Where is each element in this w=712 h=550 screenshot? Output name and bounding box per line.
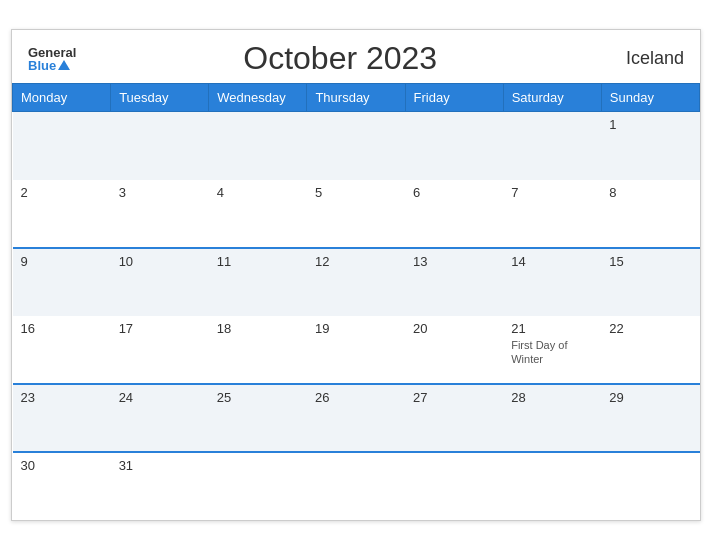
calendar: General Blue October 2023 Iceland Monday… bbox=[11, 29, 701, 521]
calendar-cell bbox=[307, 112, 405, 180]
day-number: 25 bbox=[217, 390, 299, 405]
calendar-cell: 12 bbox=[307, 248, 405, 316]
calendar-cell: 6 bbox=[405, 180, 503, 248]
calendar-cell bbox=[209, 112, 307, 180]
calendar-title: October 2023 bbox=[76, 40, 604, 77]
day-number: 28 bbox=[511, 390, 593, 405]
weekday-header-saturday: Saturday bbox=[503, 84, 601, 112]
calendar-cell: 29 bbox=[601, 384, 699, 452]
weekday-header-tuesday: Tuesday bbox=[111, 84, 209, 112]
day-number: 15 bbox=[609, 254, 691, 269]
day-number: 8 bbox=[609, 185, 691, 200]
calendar-cell: 28 bbox=[503, 384, 601, 452]
calendar-cell bbox=[503, 112, 601, 180]
calendar-cell bbox=[503, 452, 601, 520]
weekday-header-thursday: Thursday bbox=[307, 84, 405, 112]
day-number: 9 bbox=[21, 254, 103, 269]
calendar-cell: 8 bbox=[601, 180, 699, 248]
calendar-cell: 10 bbox=[111, 248, 209, 316]
calendar-week-row: 1 bbox=[13, 112, 700, 180]
calendar-cell: 16 bbox=[13, 316, 111, 384]
calendar-cell: 26 bbox=[307, 384, 405, 452]
calendar-cell: 7 bbox=[503, 180, 601, 248]
logo-triangle-icon bbox=[58, 60, 70, 70]
day-number: 31 bbox=[119, 458, 201, 473]
day-number: 11 bbox=[217, 254, 299, 269]
calendar-cell bbox=[111, 112, 209, 180]
day-number: 3 bbox=[119, 185, 201, 200]
day-number: 1 bbox=[609, 117, 691, 132]
calendar-week-row: 9101112131415 bbox=[13, 248, 700, 316]
calendar-cell bbox=[405, 452, 503, 520]
day-number: 20 bbox=[413, 321, 495, 336]
calendar-cell: 3 bbox=[111, 180, 209, 248]
day-number: 5 bbox=[315, 185, 397, 200]
day-number: 23 bbox=[21, 390, 103, 405]
day-number: 10 bbox=[119, 254, 201, 269]
day-number: 29 bbox=[609, 390, 691, 405]
calendar-cell: 18 bbox=[209, 316, 307, 384]
logo-general-text: General bbox=[28, 46, 76, 59]
logo-blue-text: Blue bbox=[28, 59, 56, 72]
calendar-cell: 11 bbox=[209, 248, 307, 316]
weekday-header-friday: Friday bbox=[405, 84, 503, 112]
calendar-cell: 22 bbox=[601, 316, 699, 384]
calendar-cell: 15 bbox=[601, 248, 699, 316]
calendar-cell bbox=[13, 112, 111, 180]
day-number: 13 bbox=[413, 254, 495, 269]
weekday-header-wednesday: Wednesday bbox=[209, 84, 307, 112]
calendar-cell: 23 bbox=[13, 384, 111, 452]
day-number: 16 bbox=[21, 321, 103, 336]
day-number: 12 bbox=[315, 254, 397, 269]
day-number: 17 bbox=[119, 321, 201, 336]
calendar-cell bbox=[307, 452, 405, 520]
calendar-header: General Blue October 2023 Iceland bbox=[12, 30, 700, 83]
day-number: 19 bbox=[315, 321, 397, 336]
calendar-cell: 13 bbox=[405, 248, 503, 316]
day-number: 27 bbox=[413, 390, 495, 405]
day-number: 30 bbox=[21, 458, 103, 473]
day-number: 22 bbox=[609, 321, 691, 336]
calendar-cell: 27 bbox=[405, 384, 503, 452]
day-number: 7 bbox=[511, 185, 593, 200]
calendar-cell: 4 bbox=[209, 180, 307, 248]
day-number: 24 bbox=[119, 390, 201, 405]
calendar-cell: 25 bbox=[209, 384, 307, 452]
calendar-week-row: 2345678 bbox=[13, 180, 700, 248]
calendar-cell: 31 bbox=[111, 452, 209, 520]
calendar-cell: 17 bbox=[111, 316, 209, 384]
calendar-cell: 1 bbox=[601, 112, 699, 180]
logo: General Blue bbox=[28, 46, 76, 72]
calendar-country: Iceland bbox=[604, 48, 684, 69]
calendar-cell bbox=[209, 452, 307, 520]
calendar-week-row: 161718192021First Day of Winter22 bbox=[13, 316, 700, 384]
calendar-week-row: 3031 bbox=[13, 452, 700, 520]
day-number: 18 bbox=[217, 321, 299, 336]
calendar-cell: 14 bbox=[503, 248, 601, 316]
day-number: 4 bbox=[217, 185, 299, 200]
calendar-week-row: 23242526272829 bbox=[13, 384, 700, 452]
calendar-cell: 5 bbox=[307, 180, 405, 248]
calendar-cell: 21First Day of Winter bbox=[503, 316, 601, 384]
calendar-table: MondayTuesdayWednesdayThursdayFridaySatu… bbox=[12, 83, 700, 520]
day-number: 26 bbox=[315, 390, 397, 405]
day-number: 2 bbox=[21, 185, 103, 200]
calendar-cell bbox=[601, 452, 699, 520]
calendar-cell: 30 bbox=[13, 452, 111, 520]
calendar-cell bbox=[405, 112, 503, 180]
calendar-cell: 19 bbox=[307, 316, 405, 384]
weekday-header-row: MondayTuesdayWednesdayThursdayFridaySatu… bbox=[13, 84, 700, 112]
event-text: First Day of Winter bbox=[511, 338, 593, 367]
day-number: 21 bbox=[511, 321, 593, 336]
day-number: 14 bbox=[511, 254, 593, 269]
calendar-cell: 24 bbox=[111, 384, 209, 452]
day-number: 6 bbox=[413, 185, 495, 200]
calendar-cell: 20 bbox=[405, 316, 503, 384]
calendar-cell: 2 bbox=[13, 180, 111, 248]
weekday-header-sunday: Sunday bbox=[601, 84, 699, 112]
calendar-cell: 9 bbox=[13, 248, 111, 316]
weekday-header-monday: Monday bbox=[13, 84, 111, 112]
